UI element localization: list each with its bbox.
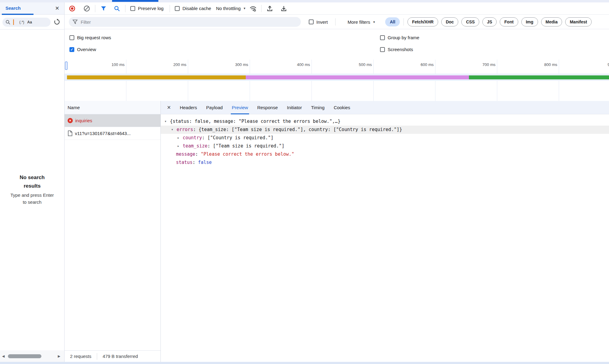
close-icon[interactable]: ✕ bbox=[55, 5, 59, 12]
chip-css[interactable]: CSS bbox=[461, 17, 479, 26]
horizontal-scrollbar[interactable]: ◀ ▶ bbox=[0, 350, 64, 362]
json-message-line[interactable]: message: "Please correct the errors belo… bbox=[161, 150, 609, 158]
big-request-rows-checkbox[interactable]: Big request rows bbox=[69, 35, 111, 40]
separator bbox=[403, 18, 404, 26]
checkbox-unchecked[interactable] bbox=[309, 19, 314, 24]
separator bbox=[125, 5, 125, 12]
json-boolean-value: false bbox=[198, 160, 212, 165]
json-team-size-line[interactable]: ▸team_size: ["Team size is required."] bbox=[161, 142, 609, 150]
screenshots-checkbox[interactable]: Screenshots bbox=[380, 47, 413, 52]
group-by-frame-checkbox[interactable]: Group by frame bbox=[380, 35, 419, 40]
expander-open-icon[interactable]: ▾ bbox=[164, 117, 170, 126]
active-panel-underline bbox=[112, 0, 158, 2]
preview-json-tree: ▾{status: false, message: "Please correc… bbox=[161, 114, 609, 167]
timeline-segment-green bbox=[469, 75, 609, 79]
json-key: status bbox=[176, 160, 192, 165]
network-options: Big request rows Group by frame ✓ Overvi… bbox=[65, 29, 609, 60]
json-colon: : bbox=[195, 151, 201, 157]
chip-manifest[interactable]: Manifest bbox=[565, 17, 592, 26]
match-case-toggle[interactable]: Aa bbox=[27, 20, 32, 24]
chevron-down-icon[interactable]: ▾ bbox=[373, 20, 375, 24]
scrollbar-thumb[interactable] bbox=[8, 354, 41, 358]
throttling-select[interactable]: No throttling bbox=[216, 6, 241, 11]
chip-img[interactable]: Img bbox=[521, 17, 538, 26]
chip-media[interactable]: Media bbox=[541, 17, 562, 26]
name-column-header[interactable]: Name bbox=[65, 101, 160, 114]
filter-toggle-icon[interactable] bbox=[98, 4, 109, 13]
preserve-log-label: Preserve log bbox=[138, 6, 164, 11]
json-root-line[interactable]: ▾{status: false, message: "Please correc… bbox=[161, 117, 609, 126]
checkbox-unchecked[interactable] bbox=[380, 35, 385, 40]
tab-timing[interactable]: Timing bbox=[306, 101, 329, 114]
tab-headers[interactable]: Headers bbox=[175, 101, 202, 114]
overview-left-handle[interactable] bbox=[65, 61, 68, 70]
table-row[interactable]: v11?u=1301677&st=4643... bbox=[65, 127, 160, 140]
scroll-right-icon[interactable]: ▶ bbox=[56, 354, 62, 358]
checkbox-unchecked[interactable] bbox=[380, 47, 385, 52]
tab-initiator[interactable]: Initiator bbox=[282, 101, 306, 114]
disable-cache-checkbox[interactable]: Disable cache bbox=[175, 6, 211, 11]
separator bbox=[335, 18, 336, 26]
filter-placeholder: Filter bbox=[81, 19, 91, 25]
json-errors-line[interactable]: ▾errors: {team_size: ["Team size is requ… bbox=[161, 126, 609, 134]
json-key: team_size bbox=[183, 143, 207, 149]
json-root-preview: {status: false, message: "Please correct… bbox=[170, 119, 340, 124]
invert-checkbox[interactable]: Invert bbox=[309, 19, 328, 25]
preserve-log-checkbox[interactable]: Preserve log bbox=[130, 6, 164, 11]
gridline bbox=[435, 60, 435, 103]
checkbox-unchecked[interactable] bbox=[69, 35, 74, 40]
json-status-line[interactable]: status: false bbox=[161, 158, 609, 167]
tab-search[interactable]: Search bbox=[5, 5, 21, 11]
search-input[interactable]: ▏ (.*) Aa bbox=[2, 18, 51, 27]
overview-label: Overview bbox=[77, 47, 96, 52]
separator bbox=[95, 5, 95, 12]
expander-closed-icon[interactable]: ▸ bbox=[177, 134, 183, 142]
text-cursor: ▏ bbox=[13, 19, 17, 25]
tab-response[interactable]: Response bbox=[253, 101, 283, 114]
gridline bbox=[126, 60, 126, 103]
json-colon: : bbox=[192, 160, 198, 165]
record-button[interactable] bbox=[67, 4, 77, 13]
filter-input[interactable]: Filter bbox=[69, 17, 301, 27]
screenshots-label: Screenshots bbox=[388, 47, 413, 52]
close-icon[interactable]: ✕ bbox=[167, 105, 171, 110]
group-by-frame-label: Group by frame bbox=[388, 35, 419, 40]
chip-js[interactable]: JS bbox=[482, 17, 497, 26]
chevron-down-icon[interactable]: ▾ bbox=[244, 6, 245, 10]
export-har-icon[interactable] bbox=[279, 4, 289, 13]
separator bbox=[170, 5, 170, 12]
error-icon: ✕ bbox=[68, 118, 73, 123]
json-string-value: "Please correct the errors below." bbox=[201, 151, 294, 157]
ruler-label: 400 ms bbox=[281, 62, 310, 67]
requests-table: Name ✕ inquiries v11?u=1301677&st=4643..… bbox=[65, 101, 161, 362]
chip-font[interactable]: Font bbox=[500, 17, 518, 26]
checkbox-checked[interactable]: ✓ bbox=[69, 47, 74, 52]
chip-fetch-xhr[interactable]: Fetch/XHR bbox=[407, 17, 438, 26]
network-conditions-icon[interactable] bbox=[248, 4, 258, 13]
search-toggle-icon[interactable] bbox=[112, 4, 122, 13]
refresh-icon[interactable] bbox=[54, 19, 60, 25]
tab-cookies[interactable]: Cookies bbox=[329, 101, 355, 114]
ruler-label: 900 ms bbox=[592, 62, 609, 67]
chip-all[interactable]: All bbox=[385, 17, 400, 26]
expander-closed-icon[interactable]: ▸ bbox=[177, 142, 183, 150]
search-empty-title: No search results bbox=[12, 173, 52, 190]
tab-preview[interactable]: Preview bbox=[227, 101, 252, 114]
chip-doc[interactable]: Doc bbox=[441, 17, 458, 26]
json-country-line[interactable]: ▸country: ["Country is required."] bbox=[161, 134, 609, 142]
import-har-icon[interactable] bbox=[265, 4, 275, 13]
expander-open-icon[interactable]: ▾ bbox=[171, 126, 177, 134]
scroll-left-icon[interactable]: ◀ bbox=[0, 354, 7, 358]
checkbox-unchecked[interactable] bbox=[175, 6, 180, 11]
json-array-preview: ["Country is required."] bbox=[207, 135, 273, 140]
overview-checkbox[interactable]: ✓ Overview bbox=[69, 47, 96, 52]
checkbox-unchecked[interactable] bbox=[130, 6, 135, 11]
clear-button[interactable] bbox=[82, 4, 92, 13]
gridline bbox=[312, 60, 312, 103]
table-row[interactable]: ✕ inquiries bbox=[65, 114, 160, 127]
regex-toggle[interactable]: (.*) bbox=[19, 20, 24, 24]
separator bbox=[261, 5, 262, 12]
tab-payload[interactable]: Payload bbox=[202, 101, 227, 114]
network-overview[interactable]: 100 ms 200 ms 300 ms 400 ms 500 ms 600 m… bbox=[65, 60, 609, 103]
more-filters-button[interactable]: More filters bbox=[348, 19, 370, 25]
